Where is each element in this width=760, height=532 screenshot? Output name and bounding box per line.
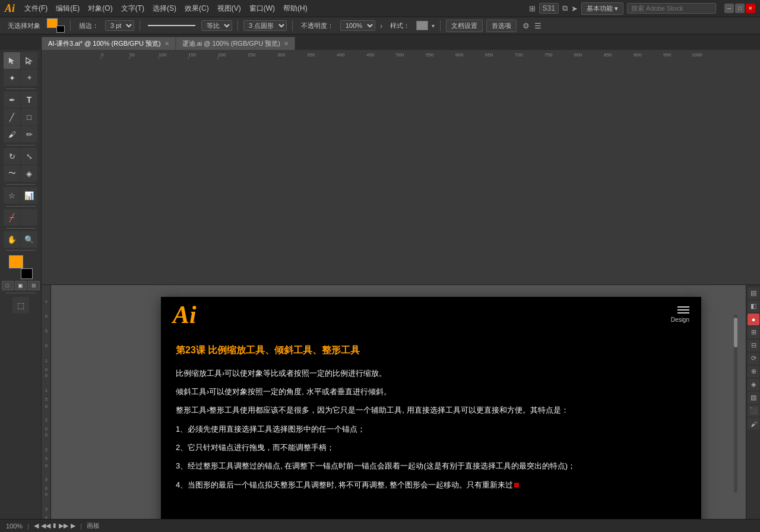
tool-row-select [4, 52, 37, 69]
type-tool[interactable]: T [21, 91, 37, 108]
pathfinder-panel-btn[interactable]: ⊕ [748, 366, 759, 378]
maximize-button[interactable]: □ [735, 4, 745, 13]
svg-text:2: 2 [45, 448, 48, 452]
magic-wand-tool[interactable]: ✦ [4, 69, 20, 86]
menu-text[interactable]: 文字(T) [118, 2, 148, 15]
doc-setup-button[interactable]: 文档设置 [446, 20, 483, 32]
tool-row-zoom: ✋ 🔍 [4, 231, 37, 248]
vertical-scrollbar-thumb[interactable] [734, 318, 737, 347]
svg-text:1000: 1000 [692, 52, 702, 58]
gradient-indicator[interactable]: ▣ [15, 281, 27, 290]
tab-ai-course-close[interactable]: ✕ [164, 40, 169, 47]
s31-icon[interactable]: S31 [539, 3, 559, 14]
canvas-scroll-area[interactable]: Ai Design 第23课 比例缩放工具、倾斜工具、整形工具 比例缩放工具›可… [51, 285, 746, 520]
artboard-tool[interactable]: ╱ [4, 209, 20, 226]
stroke-type-select[interactable]: 等比 [201, 20, 232, 31]
svg-text:500: 500 [396, 52, 404, 58]
tool-separator-7 [6, 293, 36, 293]
opacity-select[interactable]: 100% [340, 20, 375, 31]
scale-tool[interactable]: ⤡ [21, 148, 37, 164]
hand-tool[interactable]: ✋ [4, 231, 20, 248]
align-panel-btn[interactable]: ⊟ [748, 340, 759, 352]
brush-tool[interactable]: 🖌 [4, 126, 20, 142]
pencil-tool[interactable]: ✏ [21, 126, 37, 142]
transform-panel-btn[interactable]: ⟳ [748, 353, 759, 365]
document-canvas: Ai Design 第23课 比例缩放工具、倾斜工具、整形工具 比例缩放工具›可… [161, 297, 701, 520]
left-toolbox: ✦ ⌖ ✒ T ╱ □ 🖌 ✏ ↻ ⤡ 〜 ◈ [0, 50, 42, 519]
nav-last-btn[interactable]: ▶ [71, 522, 75, 530]
preferences-button[interactable]: 首选项 [486, 20, 517, 32]
send-icon[interactable]: ➤ [571, 4, 578, 13]
pattern-indicator[interactable]: ⊠ [28, 281, 40, 290]
stroke-color-swatch[interactable] [21, 268, 33, 279]
rect-tool[interactable]: □ [21, 109, 37, 125]
document-para-3: 1、必须先使用直接选择工具选择图形中的任一个锚点； [176, 422, 686, 436]
tab-logdi-close[interactable]: ✕ [284, 40, 289, 47]
swatch-panel-btn[interactable]: ⬛ [748, 405, 759, 417]
svg-text:900: 900 [634, 52, 642, 58]
svg-text:950: 950 [663, 52, 672, 58]
tab-ai-course[interactable]: AI-课件3.ai* @ 100% (RGB/GPU 预览) ✕ [42, 37, 176, 50]
properties-panel-btn[interactable]: ▤ [748, 287, 759, 299]
close-button[interactable]: ✕ [746, 4, 755, 13]
svg-text:650: 650 [485, 52, 493, 58]
libraries-panel-btn[interactable]: ◧ [748, 300, 759, 312]
menu-help[interactable]: 帮助(H) [280, 2, 311, 15]
style-swatch[interactable] [416, 21, 428, 30]
tool-separator-3 [6, 184, 36, 185]
tab-logdi[interactable]: 逻迪.ai @ 100% (RGB/GPU 预览) ✕ [176, 37, 295, 50]
toolbar-extra-icon[interactable]: ⚙ [522, 21, 530, 30]
menu-select[interactable]: 选择(S) [149, 2, 180, 15]
opacity-arrow-icon[interactable]: › [380, 21, 382, 30]
symbol-tool[interactable]: ☆ [4, 187, 20, 204]
menu-window[interactable]: 窗口(W) [246, 2, 278, 15]
brush-panel-btn[interactable]: 🖌 [748, 418, 759, 430]
menu-file[interactable]: 文件(F) [21, 2, 51, 15]
slice-tool[interactable] [21, 209, 37, 226]
menu-effect[interactable]: 效果(C) [181, 2, 213, 15]
toolbar-divider-4 [292, 20, 293, 31]
minimize-button[interactable]: ─ [724, 4, 734, 13]
fill-stroke-tools [9, 255, 33, 279]
ruler-left: 1 0 5 0 1 0 0 1 5 0 2 0 0 2 5 0 3 [42, 285, 51, 520]
color-mode-row: □ ▣ ⊠ [2, 281, 40, 290]
document-header: Ai Design [161, 297, 701, 332]
warp-tool[interactable]: 〜 [4, 165, 20, 182]
nav-prev-btn[interactable]: ◀ [34, 522, 39, 530]
fill-color-swatch[interactable] [9, 255, 23, 268]
menu-edit[interactable]: 编辑(E) [52, 2, 83, 15]
grid-layout-icon[interactable]: ⧉ [562, 4, 568, 13]
svg-text:0: 0 [45, 373, 48, 378]
artboard-icon[interactable]: ⬚ [12, 297, 29, 314]
rotate-tool[interactable]: ↻ [4, 148, 20, 164]
gradient-panel-btn[interactable]: ▨ [748, 392, 759, 404]
fill-stroke-indicator[interactable] [47, 18, 65, 33]
document-para-6: 4、当图形的最后一个锚点拟天整形工具调整时, 将不可再调整, 整个图形会一起移动… [176, 478, 686, 492]
stroke-size-select[interactable]: 3 pt [105, 20, 134, 31]
vertical-scrollbar-track[interactable] [734, 315, 737, 493]
blend-tool[interactable]: ◈ [21, 165, 37, 182]
pen-tool[interactable]: ✒ [4, 91, 20, 108]
panels-toggle-icon[interactable]: ☰ [534, 21, 542, 30]
none-indicator[interactable]: □ [2, 281, 14, 290]
style-arrow-icon[interactable]: ▾ [432, 23, 435, 29]
color-panel-btn[interactable]: ● [748, 314, 759, 325]
menu-object[interactable]: 对象(O) [84, 2, 116, 15]
stock-search-input[interactable] [627, 3, 716, 14]
appearance-panel-btn[interactable]: ◈ [748, 379, 759, 391]
nav-first-btn[interactable]: ◀◀ [41, 522, 50, 530]
graph-tool[interactable]: 📊 [21, 187, 37, 204]
nav-next-btn[interactable]: ▶▶ [59, 522, 68, 530]
lasso-tool[interactable]: ⌖ [21, 69, 37, 86]
arrange-icon[interactable]: ⊞ [529, 4, 536, 13]
workspace-button[interactable]: 基本功能 ▾ [581, 2, 623, 15]
menu-view[interactable]: 视图(V) [214, 2, 245, 15]
svg-text:200: 200 [218, 52, 226, 58]
layers-panel-btn[interactable]: ⊞ [748, 327, 759, 338]
document-menu-icon[interactable]: Design [671, 306, 689, 323]
direct-selection-tool[interactable] [21, 52, 37, 69]
points-type-select[interactable]: 3 点圆形 [243, 20, 287, 31]
line-tool[interactable]: ╱ [4, 109, 20, 125]
zoom-tool[interactable]: 🔍 [21, 231, 37, 248]
selection-tool[interactable] [4, 52, 20, 69]
